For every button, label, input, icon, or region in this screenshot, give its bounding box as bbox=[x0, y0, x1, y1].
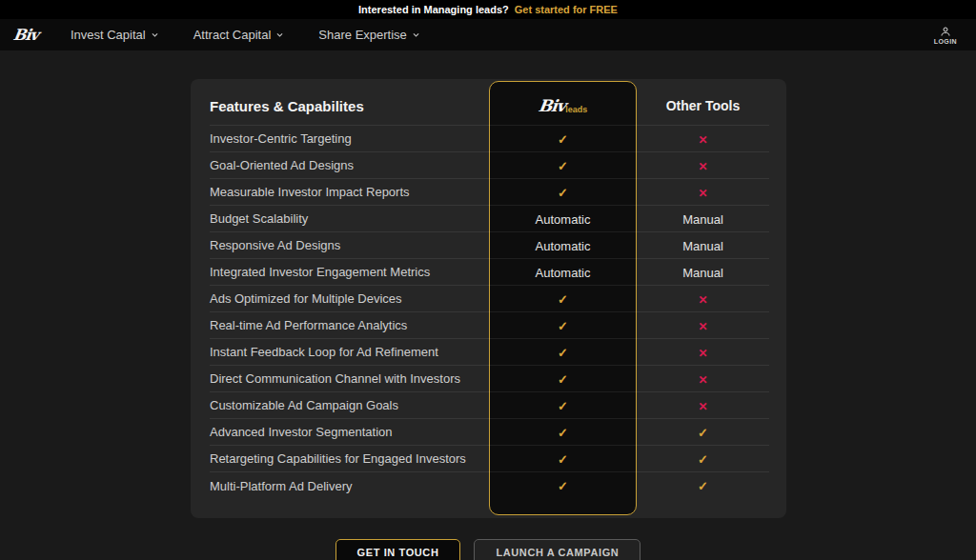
nav-item-attract-capital[interactable]: Attract Capital bbox=[180, 22, 298, 48]
biv-value-cell: ✓ bbox=[489, 130, 637, 148]
feature-label: Instant Feedback Loop for Ad Refinement bbox=[210, 345, 489, 359]
table-body: Investor-Centric Targeting✓✕Goal-Oriente… bbox=[210, 126, 769, 499]
value-text: Automatic bbox=[536, 239, 591, 253]
get-in-touch-button[interactable]: GET IN TOUCH bbox=[336, 539, 461, 560]
feature-label: Integrated Investor Engagement Metrics bbox=[210, 265, 489, 279]
banner-cta-link[interactable]: Get started for FREE bbox=[515, 4, 618, 15]
feature-label: Responsive Ad Designs bbox=[210, 238, 489, 252]
table-row: Real-time Ad Performance Analytics✓✕ bbox=[210, 312, 769, 339]
biv-value-cell: ✓ bbox=[489, 290, 637, 308]
other-value-cell: ✕ bbox=[637, 317, 769, 334]
feature-label: Direct Communication Channel with Invest… bbox=[210, 371, 489, 386]
nav-item-label: Share Expertise bbox=[318, 28, 407, 42]
check-icon: ✓ bbox=[558, 186, 568, 200]
table-row: Instant Feedback Loop for Ad Refinement✓… bbox=[210, 339, 769, 366]
other-value-cell: Manual bbox=[637, 237, 769, 254]
other-value-cell: Manual bbox=[637, 210, 769, 228]
bivleads-logo: Biv leads bbox=[539, 96, 588, 115]
user-icon bbox=[940, 26, 951, 37]
table-row: Retargeting Capabilities for Engaged Inv… bbox=[210, 446, 769, 472]
check-icon: ✓ bbox=[558, 132, 568, 147]
table-row: Direct Communication Channel with Invest… bbox=[210, 366, 769, 392]
cross-icon: ✕ bbox=[698, 320, 707, 333]
biv-value-cell: ✓ bbox=[489, 157, 637, 174]
cross-icon: ✕ bbox=[698, 373, 707, 387]
table-row: Customizable Ad Campaign Goals✓✕ bbox=[210, 392, 769, 419]
other-value-cell: ✕ bbox=[637, 370, 769, 388]
cross-icon: ✕ bbox=[698, 400, 707, 413]
brand-logo[interactable]: Biv bbox=[12, 26, 40, 44]
feature-label: Multi-Platform Ad Delivery bbox=[210, 479, 489, 493]
other-value-cell: Manual bbox=[637, 264, 769, 281]
table-row: Integrated Investor Engagement MetricsAu… bbox=[210, 259, 769, 286]
chevron-down-icon bbox=[275, 30, 284, 39]
nav-menu: Invest CapitalAttract CapitalShare Exper… bbox=[57, 22, 434, 48]
table-row: Investor-Centric Targeting✓✕ bbox=[210, 126, 769, 152]
table-row: Responsive Ad DesignsAutomaticManual bbox=[210, 232, 769, 259]
value-text: Manual bbox=[682, 212, 723, 227]
login-label: LOGIN bbox=[934, 38, 957, 45]
top-nav: Biv Invest CapitalAttract CapitalShare E… bbox=[0, 19, 976, 50]
biv-value-cell: Automatic bbox=[489, 237, 637, 254]
table-row: Multi-Platform Ad Delivery✓✓ bbox=[210, 472, 769, 499]
other-value-cell: ✕ bbox=[637, 130, 769, 148]
main-content: Features & Capabilites Biv leads Other T… bbox=[0, 50, 976, 560]
value-text: Automatic bbox=[536, 266, 591, 280]
biv-value-cell: Automatic bbox=[489, 210, 637, 228]
features-header: Features & Capabilites bbox=[210, 98, 489, 114]
nav-item-label: Attract Capital bbox=[193, 28, 272, 42]
biv-value-cell: ✓ bbox=[489, 477, 637, 494]
feature-label: Customizable Ad Campaign Goals bbox=[210, 398, 489, 412]
check-icon: ✓ bbox=[698, 452, 708, 467]
nav-item-label: Invest Capital bbox=[71, 28, 146, 42]
cross-icon: ✕ bbox=[698, 187, 707, 200]
launch-campaign-button[interactable]: LAUNCH A CAMPAIGN bbox=[474, 539, 640, 560]
check-icon: ✓ bbox=[558, 399, 568, 413]
value-text: Manual bbox=[682, 239, 723, 253]
biv-value-cell: ✓ bbox=[489, 397, 637, 414]
feature-label: Retargeting Capabilities for Engaged Inv… bbox=[210, 451, 489, 466]
other-value-cell: ✕ bbox=[637, 344, 769, 361]
check-icon: ✓ bbox=[698, 479, 708, 493]
chevron-down-icon bbox=[412, 30, 420, 39]
feature-label: Goal-Oriented Ad Designs bbox=[210, 158, 489, 172]
biv-value-cell: ✓ bbox=[489, 450, 637, 468]
biv-value-cell: ✓ bbox=[489, 317, 637, 334]
nav-item-invest-capital[interactable]: Invest Capital bbox=[57, 22, 173, 48]
nav-item-share-expertise[interactable]: Share Expertise bbox=[305, 22, 434, 48]
other-tools-header: Other Tools bbox=[637, 98, 769, 113]
announcement-banner: Interested in Managing leads? Get starte… bbox=[0, 0, 976, 19]
other-value-cell: ✕ bbox=[637, 184, 769, 201]
check-icon: ✓ bbox=[698, 426, 708, 440]
other-value-cell: ✓ bbox=[637, 450, 769, 468]
banner-question: Interested in Managing leads? bbox=[358, 4, 509, 15]
feature-label: Ads Optimized for Multiple Devices bbox=[210, 291, 489, 306]
feature-label: Budget Scalability bbox=[210, 211, 489, 226]
footer-actions: GET IN TOUCH LAUNCH A CAMPAIGN bbox=[0, 539, 976, 560]
table-header-row: Features & Capabilites Biv leads Other T… bbox=[210, 87, 769, 126]
biv-value-cell: Automatic bbox=[489, 264, 637, 281]
biv-value-cell: ✓ bbox=[489, 184, 637, 201]
table-row: Goal-Oriented Ad Designs✓✕ bbox=[210, 152, 769, 179]
biv-column-header: Biv leads bbox=[489, 96, 637, 115]
comparison-table: Features & Capabilites Biv leads Other T… bbox=[191, 79, 786, 499]
check-icon: ✓ bbox=[558, 426, 568, 440]
comparison-card: Features & Capabilites Biv leads Other T… bbox=[191, 79, 786, 518]
value-text: Automatic bbox=[536, 212, 591, 227]
login-button[interactable]: LOGIN bbox=[928, 24, 963, 47]
feature-label: Real-time Ad Performance Analytics bbox=[210, 318, 489, 332]
other-value-cell: ✓ bbox=[637, 424, 769, 441]
check-icon: ✓ bbox=[558, 372, 568, 387]
other-value-cell: ✕ bbox=[637, 157, 769, 174]
other-value-cell: ✕ bbox=[637, 290, 769, 308]
feature-label: Measurable Investor Impact Reports bbox=[210, 185, 489, 199]
table-row: Ads Optimized for Multiple Devices✓✕ bbox=[210, 286, 769, 312]
check-icon: ✓ bbox=[558, 452, 568, 467]
cross-icon: ✕ bbox=[698, 293, 707, 307]
cross-icon: ✕ bbox=[698, 160, 707, 173]
feature-label: Investor-Centric Targeting bbox=[210, 131, 489, 146]
biv-value-cell: ✓ bbox=[489, 344, 637, 361]
check-icon: ✓ bbox=[558, 346, 568, 360]
biv-value-cell: ✓ bbox=[489, 370, 637, 388]
table-row: Measurable Investor Impact Reports✓✕ bbox=[210, 179, 769, 206]
